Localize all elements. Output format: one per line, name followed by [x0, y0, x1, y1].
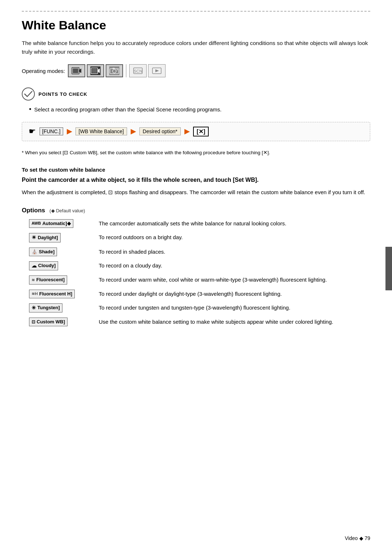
page-footer: Video ◆ 79 — [345, 535, 370, 541]
func-bracket: [FUNC.] — [40, 127, 63, 135]
sun-icon: ☀ — [32, 234, 36, 242]
tungsten-bracket: ✳ Tungsten] — [29, 303, 62, 313]
fluorescent-bracket: ≋ Fluorescent] — [29, 275, 67, 284]
option-cloudy: ☁ Cloudy] To record on a cloudy day. — [29, 261, 370, 271]
step-heading: Point the camcorder at a white object, s… — [22, 176, 370, 184]
check-circle-icon — [22, 87, 35, 101]
points-to-check-header: POINTS TO CHECK — [22, 87, 370, 101]
mode-icon-photo — [106, 64, 123, 77]
right-tab — [385, 247, 392, 290]
arrow3: ▶ — [184, 127, 189, 135]
custom-wb-bracket: ⊡ Custom WB] — [29, 318, 68, 326]
instruction-step3: Desired option* — [139, 127, 181, 135]
option-key-fluorescent: ≋ Fluorescent] — [29, 275, 94, 284]
fluorescent-icon: ≋ — [32, 277, 35, 283]
bullet-list: Select a recording program other than th… — [22, 106, 370, 114]
option-key-daylight: ☀ Daylight] — [29, 233, 94, 242]
shade-bracket: ⛪ Shade] — [29, 248, 57, 256]
option-val-custom-wb: Use the custom white balance setting to … — [99, 318, 370, 326]
svg-point-17 — [22, 88, 34, 100]
intro-text: The white balance function helps you to … — [22, 39, 370, 56]
option-daylight: ☀ Daylight] To record outdoors on a brig… — [29, 233, 370, 242]
operating-modes-label: Operating modes: — [22, 68, 65, 74]
bullet-item-1: Select a recording program other than th… — [29, 106, 370, 114]
mode-icon-scene: SCN — [129, 64, 147, 77]
daylight-bracket: ☀ Daylight] — [29, 233, 61, 242]
option-automatic: AWB Automatic]◆ The camcorder automatica… — [29, 219, 370, 228]
wb-option-bracket: [WB White Balance] — [75, 127, 127, 135]
points-label: POINTS TO CHECK — [38, 91, 87, 97]
option-fluorescent-h: ≋H Fluorescent H] To record under daylig… — [29, 290, 370, 298]
page-title: White Balance — [22, 18, 370, 32]
fluorescent-h-bracket: ≋H Fluorescent H] — [29, 290, 75, 298]
options-header: Options (◆ Default value) — [22, 207, 370, 214]
step-description: When the adjustment is completed, ⊡ stop… — [22, 188, 370, 196]
option-val-automatic: The camcorder automatically sets the whi… — [99, 219, 370, 228]
instruction-step1: [FUNC.] — [40, 127, 63, 135]
arrow2: ▶ — [131, 127, 136, 135]
options-title: Options — [22, 207, 45, 214]
option-fluorescent: ≋ Fluorescent] To record under warm whit… — [29, 275, 370, 284]
option-key-cloudy: ☁ Cloudy] — [29, 261, 94, 271]
custom-wb-heading: To set the custom white balance — [22, 167, 370, 173]
option-custom-wb: ⊡ Custom WB] Use the custom white balanc… — [29, 318, 370, 326]
desired-option-bracket: Desired option* — [139, 127, 181, 135]
option-val-fluorescent-h: To record under daylight or daylight-typ… — [99, 290, 370, 298]
instruction-box: ☛ [FUNC.] ▶ [WB White Balance] ▶ Desired… — [22, 122, 370, 141]
option-key-custom-wb: ⊡ Custom WB] — [29, 318, 94, 326]
cloud-icon: ☁ — [32, 262, 37, 270]
option-val-daylight: To record outdoors on a bright day. — [99, 233, 370, 241]
top-border — [22, 11, 370, 12]
option-val-shade: To record in shaded places. — [99, 248, 370, 256]
custom-wb-icon: ⊡ — [32, 319, 35, 326]
x-bracket: [✕] — [193, 127, 209, 136]
option-val-tungsten: To record under tungsten and tungsten-ty… — [99, 303, 370, 312]
mode-icon-movie — [68, 64, 85, 77]
svg-marker-16 — [155, 69, 159, 72]
mode-icons: SCN — [68, 64, 166, 77]
option-key-automatic: AWB Automatic]◆ — [29, 219, 94, 228]
svg-point-12 — [117, 69, 118, 70]
option-val-cloudy: To record on a cloudy day. — [99, 261, 370, 270]
fluorescent-h-icon: ≋H — [32, 291, 38, 297]
hand-icon: ☛ — [29, 127, 36, 136]
svg-rect-3 — [73, 69, 78, 73]
mode-icon-camera-video — [87, 64, 104, 77]
option-key-shade: ⛪ Shade] — [29, 248, 94, 256]
option-shade: ⛪ Shade] To record in shaded places. — [29, 248, 370, 256]
arrow1: ▶ — [67, 127, 72, 135]
options-default-note: (◆ Default value) — [49, 208, 85, 213]
svg-text:SCN: SCN — [134, 69, 142, 73]
svg-marker-1 — [79, 69, 81, 73]
instruction-step2: [WB White Balance] — [75, 127, 127, 135]
option-val-fluorescent: To record under warm white, cool white o… — [99, 275, 370, 284]
options-list: AWB Automatic]◆ The camcorder automatica… — [29, 219, 370, 327]
mode-icon-playback — [148, 64, 166, 77]
option-tungsten: ✳ Tungsten] To record under tungsten and… — [29, 303, 370, 313]
footnote-text: * When you select [⊡ Custom WB], set the… — [22, 149, 370, 157]
instruction-step4: [✕] — [193, 127, 209, 136]
operating-modes-row: Operating modes: — [22, 64, 370, 77]
option-key-tungsten: ✳ Tungsten] — [29, 303, 94, 313]
shade-icon: ⛪ — [32, 248, 37, 255]
tungsten-icon: ✳ — [32, 304, 36, 312]
option-key-fluorescent-h: ≋H Fluorescent H] — [29, 290, 94, 298]
svg-rect-11 — [113, 68, 115, 69]
mode-divider — [126, 64, 126, 77]
awb-bracket: AWB Automatic]◆ — [29, 219, 73, 228]
svg-rect-7 — [92, 69, 97, 73]
cloudy-bracket: ☁ Cloudy] — [29, 261, 58, 271]
